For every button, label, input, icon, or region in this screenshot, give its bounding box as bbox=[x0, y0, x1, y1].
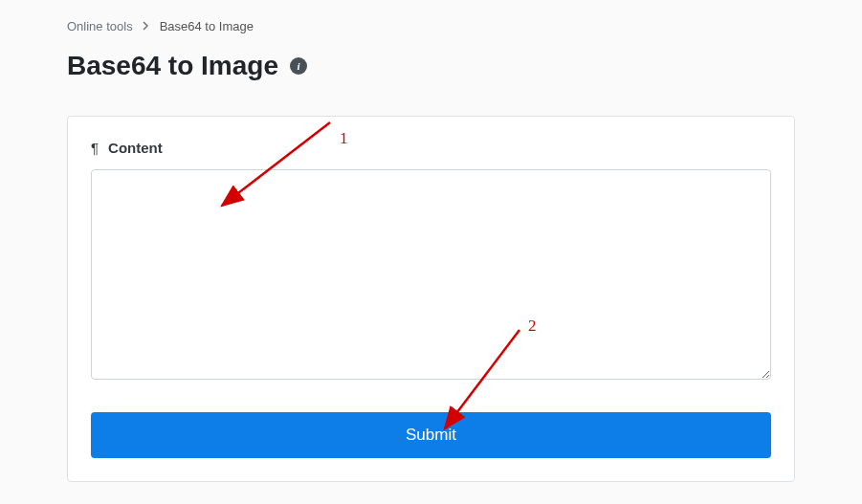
info-icon[interactable]: i bbox=[290, 57, 307, 75]
page-container: Online tools Base64 to Image Base64 to I… bbox=[0, 0, 862, 482]
content-textarea[interactable] bbox=[91, 169, 771, 380]
breadcrumb-current: Base64 to Image bbox=[160, 19, 254, 33]
chevron-right-icon bbox=[143, 20, 150, 33]
breadcrumb-root-link[interactable]: Online tools bbox=[67, 19, 133, 33]
form-card: ¶ Content Submit bbox=[67, 116, 795, 482]
page-title-row: Base64 to Image i bbox=[67, 51, 795, 81]
paragraph-icon: ¶ bbox=[91, 140, 99, 156]
content-label: Content bbox=[108, 140, 163, 156]
breadcrumb: Online tools Base64 to Image bbox=[67, 19, 795, 33]
submit-button[interactable]: Submit bbox=[91, 412, 771, 458]
page-title: Base64 to Image bbox=[67, 51, 278, 81]
content-label-row: ¶ Content bbox=[91, 140, 771, 156]
